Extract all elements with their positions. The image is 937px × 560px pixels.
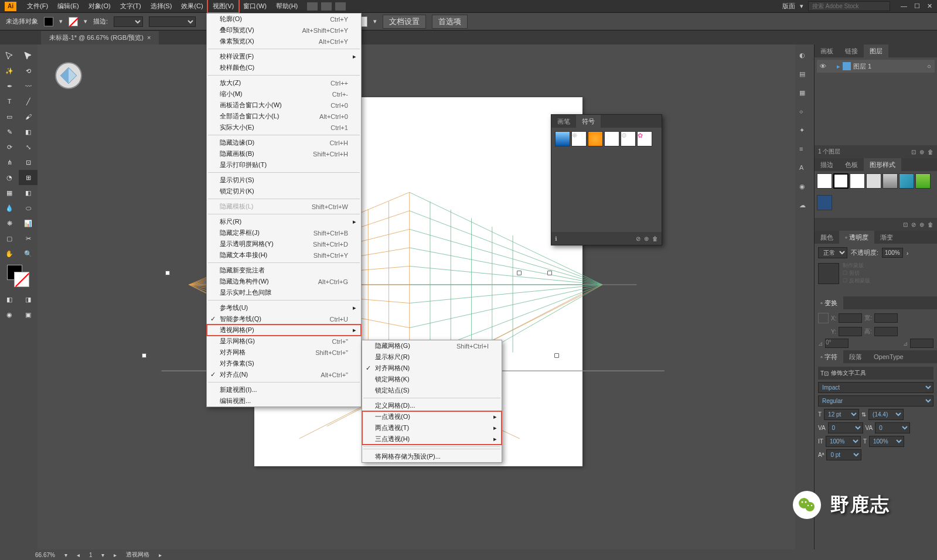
font-size[interactable]: 12 pt <box>824 409 859 420</box>
view-menu-item[interactable]: 隐藏边角构件(W)Alt+Ctrl+G <box>207 276 361 287</box>
character-tab[interactable]: ◦ 字符 <box>815 350 843 364</box>
view-menu-item[interactable]: 显示透明度网格(Y)Shift+Ctrl+D <box>207 238 361 250</box>
menu-window[interactable]: 窗口(W) <box>238 0 271 12</box>
blend-tool[interactable]: ⬭ <box>19 200 38 216</box>
perspective-menu-item[interactable]: ✓对齐网格(N) <box>362 363 502 374</box>
view-menu-item[interactable]: ✓对齐点(N)Alt+Ctrl+" <box>207 369 361 380</box>
draw-mode[interactable]: ◉ <box>0 307 19 322</box>
view-menu-item[interactable]: 隐藏画板(B)Shift+Ctrl+H <box>207 148 361 159</box>
style-swatch-7[interactable] <box>915 173 931 189</box>
symbol-3[interactable] <box>588 131 603 146</box>
gradient-mode[interactable]: ◨ <box>19 292 38 307</box>
screen-mode[interactable]: ▣ <box>19 307 38 322</box>
menu-help[interactable]: 帮助(H) <box>271 0 302 12</box>
ground-left-handle[interactable] <box>142 353 146 358</box>
view-menu-item[interactable]: ✓智能参考线(Q)Ctrl+U <box>207 313 361 325</box>
gradient-tab[interactable]: 渐变 <box>874 231 899 244</box>
view-menu-item[interactable]: 隐藏新变批注者 <box>207 265 361 276</box>
font-style[interactable]: Regular <box>818 395 933 407</box>
close-btn[interactable]: ✕ <box>927 2 932 10</box>
view-menu-item[interactable]: 像素预览(X)Alt+Ctrl+Y <box>207 36 361 47</box>
style-swatch-8[interactable] <box>817 195 832 210</box>
perspective-plane-widget[interactable] <box>55 62 82 89</box>
perspective-menu-item[interactable]: 一点透视(O)▸ <box>362 411 502 422</box>
perspective-menu-item[interactable]: 锁定网格(K) <box>362 374 502 385</box>
style-swatch-4[interactable] <box>866 173 881 189</box>
view-menu-item[interactable]: 缩小(M)Ctrl+- <box>207 88 361 100</box>
hand-tool[interactable]: ✋ <box>0 246 19 261</box>
font-family[interactable]: Impact <box>818 382 933 393</box>
menu-edit[interactable]: 编辑(E) <box>53 0 84 12</box>
visibility-icon[interactable]: 👁 <box>817 63 829 70</box>
opacity-value[interactable]: 100% <box>882 248 903 258</box>
view-menu-item[interactable]: 显示网格(G)Ctrl+" <box>207 336 361 347</box>
view-menu-item[interactable]: 标尺(R)▸ <box>207 216 361 227</box>
artboards-tab[interactable]: 画板 <box>815 45 839 58</box>
blend-mode[interactable]: 正常 <box>818 247 847 258</box>
prefs-btn[interactable]: 首选项 <box>432 15 468 29</box>
horizon-right-handle[interactable] <box>547 271 552 275</box>
color-tab2[interactable]: 颜色 <box>815 231 839 244</box>
view-menu-item[interactable]: 对齐像素(S) <box>207 358 361 369</box>
ground-right-handle[interactable] <box>554 353 559 358</box>
baseline-shift[interactable]: 0 pt <box>826 449 861 460</box>
width-tool[interactable]: ⋔ <box>0 155 19 170</box>
view-menu-item[interactable]: 放大(Z)Ctrl++ <box>207 77 361 88</box>
line-tool[interactable]: ╱ <box>19 94 38 109</box>
swatches-dock-icon[interactable]: ▦ <box>799 89 810 100</box>
perspective-menu-item[interactable]: 两点透视(T)▸ <box>362 422 502 433</box>
maximize-btn[interactable]: ☐ <box>914 2 920 10</box>
menu-view[interactable]: 视图(V) <box>208 0 239 12</box>
symbols-tab[interactable]: 符号 <box>576 115 601 128</box>
symbol-6[interactable]: ✿ <box>637 131 652 146</box>
canvas[interactable] <box>38 45 795 549</box>
view-menu-item[interactable]: 隐藏文本串接(H)Shift+Ctrl+Y <box>207 250 361 261</box>
selection-tool[interactable] <box>0 48 19 63</box>
perspective-menu-item[interactable]: 三点透视(H)▸ <box>362 433 502 445</box>
menu-file[interactable]: 文件(F) <box>22 0 53 12</box>
view-menu-item[interactable]: 透视网格(P)▸ <box>207 325 361 336</box>
perspective-menu-item[interactable]: 显示标尺(R) <box>362 351 502 363</box>
brushes-tab[interactable]: 画笔 <box>551 115 576 128</box>
perspective-menu-item[interactable]: 定义网格(D)... <box>362 400 502 411</box>
menu-type[interactable]: 文字(T) <box>115 0 146 12</box>
view-menu-item[interactable]: 校样设置(F)▸ <box>207 51 361 62</box>
swatches-tab[interactable]: 色板 <box>839 158 864 172</box>
layers-dock-icon[interactable]: ▤ <box>799 70 810 81</box>
doc-setup-btn[interactable]: 文档设置 <box>383 15 426 29</box>
mask-thumb[interactable] <box>818 263 839 284</box>
document-tab[interactable]: 未标题-1* @ 66.67% (RGB/预览) × <box>41 31 159 45</box>
color-dock-icon[interactable]: ◐ <box>799 52 810 62</box>
view-menu-item[interactable]: 校样颜色(C) <box>207 62 361 73</box>
slice-tool[interactable]: ✂ <box>19 231 38 246</box>
menu-select[interactable]: 选择(S) <box>146 0 177 12</box>
shaper-tool[interactable]: ✎ <box>0 124 19 139</box>
type-dock-icon[interactable]: A <box>799 164 810 175</box>
direct-selection-tool[interactable] <box>19 48 38 63</box>
arrange-icon[interactable] <box>335 2 346 11</box>
view-menu-item[interactable]: 隐藏边缘(D)Ctrl+H <box>207 137 361 148</box>
view-menu-item[interactable]: 全部适合窗口大小(L)Alt+Ctrl+0 <box>207 111 361 122</box>
style-swatch-5[interactable] <box>883 173 898 189</box>
view-menu-item[interactable]: 新建视图(I)... <box>207 384 361 395</box>
magic-wand-tool[interactable]: ✨ <box>0 63 19 78</box>
eraser-tool[interactable]: ◧ <box>19 124 38 139</box>
color-mode[interactable]: ◧ <box>0 292 19 307</box>
view-menu-item[interactable]: 画板适合窗口大小(W)Ctrl+0 <box>207 100 361 111</box>
h-scale[interactable]: 100% <box>869 436 904 447</box>
tracking[interactable]: 0 <box>875 422 910 433</box>
view-menu-item[interactable]: 显示切片(S) <box>207 175 361 186</box>
view-menu-item[interactable]: 实际大小(E)Ctrl+1 <box>207 122 361 133</box>
left-vanishing-point[interactable] <box>165 271 170 275</box>
libraries-dock-icon[interactable]: ☁ <box>799 202 810 212</box>
appearance-dock-icon[interactable]: ◉ <box>799 183 810 193</box>
br-icon[interactable] <box>307 2 318 11</box>
view-menu-item[interactable]: 锁定切片(K) <box>207 186 361 197</box>
ref-point[interactable] <box>818 313 829 323</box>
fill-swatch[interactable] <box>44 17 53 26</box>
stroke-dock-icon[interactable]: ≡ <box>799 145 810 156</box>
symbol-4[interactable] <box>604 131 619 146</box>
menu-object[interactable]: 对象(O) <box>84 0 115 12</box>
workspace-switcher[interactable]: 版面 <box>782 2 795 11</box>
shape-builder-tool[interactable]: ◔ <box>0 170 19 185</box>
